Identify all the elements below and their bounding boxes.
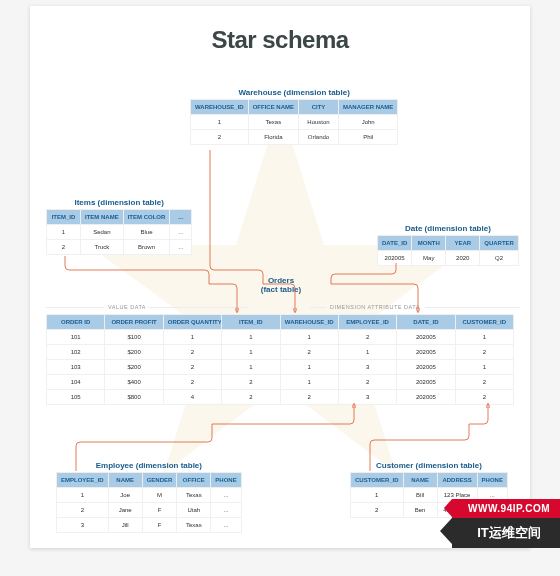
employee-col: PHONE <box>211 473 241 488</box>
table-row: 3JillFTexas... <box>57 518 242 533</box>
table-row: 102$20021212020052 <box>47 345 514 360</box>
items-col: ... <box>170 210 192 225</box>
customer-col: ADDRESS <box>437 473 477 488</box>
orders-title-box: Orders (fact table) <box>251 276 311 296</box>
date-table-box: Date (dimension table) DATE_ID MONTH YEA… <box>377 224 519 266</box>
table-row: 1SedanBlue... <box>47 225 192 240</box>
employee-table-box: Employee (dimension table) EMPLOYEE_ID N… <box>56 461 242 533</box>
date-col: DATE_ID <box>378 236 412 251</box>
employee-table: EMPLOYEE_ID NAME GENDER OFFICE PHONE 1Jo… <box>56 472 242 533</box>
date-col: QUARTER <box>480 236 519 251</box>
employee-col: OFFICE <box>177 473 211 488</box>
orders-col: ORDER QUANTITY <box>163 315 221 330</box>
ribbon-brand: IT运维空间 <box>452 518 560 548</box>
orders-col: ITEM_ID <box>222 315 280 330</box>
date-col: MONTH <box>412 236 446 251</box>
ribbon: WWW.94IP.COM IT运维空间 <box>452 499 560 548</box>
orders-table-box: ORDER ID ORDER PROFIT ORDER QUANTITY ITE… <box>46 314 514 405</box>
items-table-box: Items (dimension table) ITEM_ID ITEM NAM… <box>46 198 192 255</box>
table-row: 104$40022122020052 <box>47 375 514 390</box>
date-table: DATE_ID MONTH YEAR QUARTER 202005May2020… <box>377 235 519 266</box>
date-col: YEAR <box>446 236 480 251</box>
warehouse-col: CITY <box>299 100 339 115</box>
warehouse-table: WAREHOUSE_ID OFFICE NAME CITY MANAGER NA… <box>190 99 398 145</box>
dimension-data-label: DIMENSION ATTRIBUTE DATA <box>330 304 420 310</box>
table-row: 101$10011122020051 <box>47 330 514 345</box>
table-row: 2TruckBrown... <box>47 240 192 255</box>
orders-col: EMPLOYEE_ID <box>338 315 396 330</box>
ribbon-url: WWW.94IP.COM <box>452 499 560 518</box>
employee-col: EMPLOYEE_ID <box>57 473 109 488</box>
employee-title: Employee (dimension table) <box>56 461 242 470</box>
date-title: Date (dimension table) <box>377 224 519 233</box>
customer-col: PHONE <box>477 473 507 488</box>
employee-col: NAME <box>108 473 142 488</box>
table-row: 1JoeMTexas... <box>57 488 242 503</box>
orders-col: CUSTOMER_ID <box>455 315 513 330</box>
warehouse-table-box: Warehouse (dimension table) WAREHOUSE_ID… <box>190 88 398 145</box>
employee-col: GENDER <box>142 473 177 488</box>
warehouse-col: WAREHOUSE_ID <box>191 100 249 115</box>
customer-title: Customer (dimension table) <box>350 461 508 470</box>
table-row: 103$20021132020051 <box>47 360 514 375</box>
table-row: 1TexasHoustonJohn <box>191 115 398 130</box>
customer-col: NAME <box>403 473 437 488</box>
items-title: Items (dimension table) <box>46 198 192 207</box>
page-title: Star schema <box>30 26 530 54</box>
orders-title: Orders (fact table) <box>251 276 311 294</box>
items-col: ITEM COLOR <box>123 210 170 225</box>
diagram-page: Star schema Warehouse (dimension table) … <box>30 6 530 548</box>
items-col: ITEM NAME <box>81 210 124 225</box>
warehouse-title: Warehouse (dimension table) <box>190 88 398 97</box>
warehouse-col: OFFICE NAME <box>248 100 298 115</box>
orders-col: ORDER PROFIT <box>105 315 163 330</box>
orders-table: ORDER ID ORDER PROFIT ORDER QUANTITY ITE… <box>46 314 514 405</box>
customer-col: CUSTOMER_ID <box>351 473 404 488</box>
orders-col: WAREHOUSE_ID <box>280 315 338 330</box>
warehouse-col: MANAGER NAME <box>339 100 398 115</box>
table-row: 2FloridaOrlandoPhil <box>191 130 398 145</box>
value-data-label: VALUE DATA <box>108 304 146 310</box>
orders-col: ORDER ID <box>47 315 105 330</box>
items-col: ITEM_ID <box>47 210 81 225</box>
table-row: 2JaneFUtah... <box>57 503 242 518</box>
orders-col: DATE_ID <box>397 315 455 330</box>
table-row: 202005May2020Q2 <box>378 251 519 266</box>
items-table: ITEM_ID ITEM NAME ITEM COLOR ... 1SedanB… <box>46 209 192 255</box>
table-row: 105$80042232020052 <box>47 390 514 405</box>
